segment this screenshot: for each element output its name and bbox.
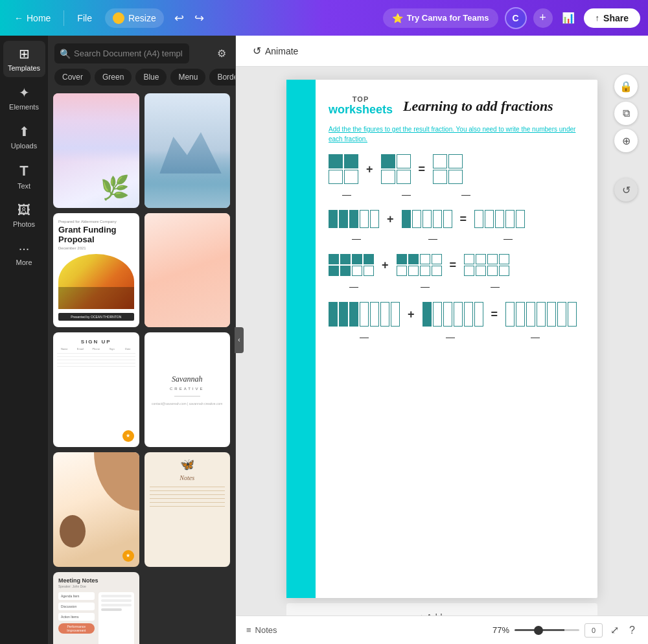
sidebar-item-photos[interactable]: 🖼 Photos [3,198,45,233]
copy-button[interactable]: ⧉ [614,102,638,125]
worksheet-logo: TOP worksheets [329,95,393,117]
main-content: ⊞ Templates ✦ Elements ⬆ Uploads T Text … [0,36,648,644]
canvas-area: ↺ Animate 🔒 ⧉ ⊕ ↺ [236,36,648,644]
plus-sign: + [387,213,394,226]
tag-blue[interactable]: Blue [135,69,167,86]
filter-button[interactable]: ⚙ [214,45,229,62]
meeting-item: Discussion [58,603,95,610]
template-card[interactable] [145,213,231,328]
undo-redo-group: ↩ ↪ [170,7,208,29]
notes-label: Notes [255,625,277,635]
template-card[interactable]: Prepared for Aldermore Company Grant Fun… [53,213,139,328]
page-indicator: 0 [584,623,603,638]
template-card[interactable]: Meeting Notes Speaker: John Doe Agenda I… [53,572,139,644]
template-card[interactable] [145,93,231,208]
lock-button[interactable]: 🔒 [614,75,638,98]
file-button[interactable]: File [71,9,98,27]
fraction-grid-result [464,254,509,276]
zoom-controls: 77% 0 ⤢ ? [486,621,638,639]
add-page-button[interactable]: + Add page [286,603,597,615]
meeting-subtitle: Speaker: John Doe [58,584,134,588]
logo-top: TOP [329,95,393,103]
fraction-grid-middle [397,254,442,276]
animate-button[interactable]: ↺ Animate [246,41,305,61]
fraction-bars-left [329,210,379,228]
fraction-tall-left [329,302,400,327]
meeting-badge: Performance Improvement [58,623,95,634]
search-input[interactable] [54,43,189,63]
animate-toolbar: ↺ Animate [236,36,648,67]
zoom-slider[interactable] [515,629,579,631]
template-card[interactable]: 🌿 [53,93,139,208]
tag-menu[interactable]: Menu [170,69,205,86]
savannah-info: contact@savannah.com | savannah-creative… [146,402,228,406]
try-canva-label: Try Canva for Teams [407,13,489,23]
tag-green[interactable]: Green [95,69,132,86]
sidebar-item-uploads[interactable]: ⬆ Uploads [3,119,45,155]
fullscreen-button[interactable]: ⤢ [608,621,621,639]
fraction-section-1: + = [329,154,582,200]
savannah-title: Savannah [172,374,202,384]
sidebar-item-label: Uploads [11,142,37,150]
fraction-tall-result [505,302,577,327]
header: ← Home File Resize ↩ ↪ ⭐ Try Canva for T… [0,0,648,36]
col-header: Sign [105,347,120,351]
canvas-actions: 🔒 ⧉ ⊕ [614,75,638,152]
grant-prepared-for: Prepared for Aldermore Company [58,220,134,224]
sidebar-item-templates[interactable]: ⊞ Templates [3,41,45,77]
star-icon: ⭐ [392,13,403,23]
resize-label: Resize [128,13,156,23]
more-actions-button[interactable]: ⊕ [614,129,638,152]
header-right: ⭐ Try Canva for Teams C + 📊 ↑ Share [383,7,640,29]
share-button[interactable]: ↑ Share [584,8,640,28]
savannah-subtitle: CREATIVE [170,387,205,391]
stats-button[interactable]: 📊 [559,9,577,27]
redo-button[interactable]: ↪ [191,7,208,29]
plus-button[interactable]: + [533,8,553,28]
fraction-section-3: + [329,254,582,292]
sidebar-item-label: Templates [8,64,40,72]
canvas-scroll[interactable]: TOP worksheets Learning to add fractions… [236,67,648,615]
back-arrow-icon: ← [14,13,23,23]
tag-cover[interactable]: Cover [54,69,91,86]
animate-label: Animate [265,46,298,56]
fraction-equation-1: + = [329,154,582,184]
equals-sign: = [491,308,498,321]
sidebar-item-elements[interactable]: ✦ Elements [3,80,45,116]
fraction-bars-middle [402,210,452,228]
template-card[interactable]: SIGN UP Name Email Phone Sign Date [53,332,139,447]
fraction-result [433,154,463,184]
notes-button[interactable]: ≡ Notes [246,625,277,635]
grant-date: December 2021 [58,246,134,250]
template-card[interactable]: ★ [53,452,139,567]
meeting-item: Action Items [58,613,95,621]
pro-badge: ★ [122,550,134,562]
header-divider [64,10,64,26]
collapse-panel-button[interactable]: ‹ [235,327,244,353]
sidebar-item-label: Text [17,182,30,190]
home-label: Home [27,13,51,23]
uploads-icon: ⬆ [19,124,30,139]
grant-footer: Presented by OCEAN THORNTON [58,313,134,321]
pro-badge: ★ [122,430,134,442]
avatar-button[interactable]: C [505,7,527,29]
help-button[interactable]: ? [627,622,638,639]
fraction-section-4: + [329,302,582,342]
sidebar-item-more[interactable]: ··· More [3,236,45,271]
search-wrapper: 🔍 [54,43,209,63]
fraction-section-2: + [329,210,582,244]
home-button[interactable]: ← Home [8,9,57,27]
refresh-button[interactable]: ↺ [614,178,638,201]
meeting-title: Meeting Notes [58,577,134,584]
try-canva-button[interactable]: ⭐ Try Canva for Teams [383,8,498,28]
grant-title: Grant FundingProposal [58,225,134,245]
notes-title: Notes [179,474,194,481]
undo-button[interactable]: ↩ [170,7,188,29]
template-card[interactable]: Savannah CREATIVE contact@savannah.com |… [145,332,231,447]
zoom-percentage: 77% [486,625,509,635]
resize-button[interactable]: Resize [105,8,164,28]
sidebar-item-text[interactable]: T Text [3,157,45,195]
fraction-left [329,154,358,184]
template-card[interactable]: 🦋 Notes [145,452,231,567]
tag-border[interactable]: Border [209,69,235,86]
